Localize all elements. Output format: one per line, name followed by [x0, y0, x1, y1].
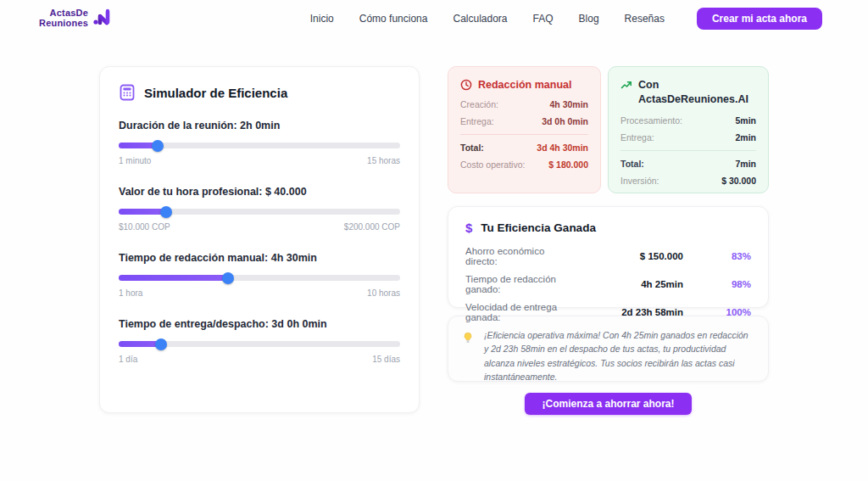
efficiency-simulator-card: Simulador de Eficiencia Duración de la r… [99, 66, 420, 413]
slider-thumb[interactable] [152, 140, 164, 152]
manual-card-title: Redacción manual [478, 78, 571, 91]
row-label: Inversión: [620, 176, 659, 186]
main-content: Simulador de Eficiencia Duración de la r… [99, 66, 769, 415]
clock-icon [460, 79, 472, 91]
slider-group-manual-writing-time: Tiempo de redacción manual: 4h 30min 1 h… [119, 252, 400, 298]
nav-item-faq[interactable]: FAQ [533, 13, 554, 25]
slider-min-label: $10.000 COP [119, 222, 170, 232]
dollar-icon: $ [465, 221, 472, 235]
slider-thumb[interactable] [160, 206, 172, 218]
row-value: 2d 23h 58min [577, 307, 683, 317]
with-ai-card: Con ActasDeReuniones.AI Procesamiento: 5… [608, 66, 769, 193]
divider [460, 134, 588, 135]
row-label: Procesamiento: [620, 115, 682, 126]
slider-group-duration: Duración de la reunión: 2h 0min 1 minuto… [119, 120, 400, 165]
slider-max-label: 15 horas [367, 156, 400, 165]
efficiency-row: Tiempo de redacción ganado: 4h 25min 98% [465, 274, 751, 294]
main-nav: Inicio Cómo funciona Calculadora FAQ Blo… [310, 8, 822, 30]
lightbulb-icon [462, 332, 474, 344]
slider-max-label: $200.000 COP [344, 222, 400, 232]
slider-label: Tiempo de redacción manual: 4h 30min [119, 252, 400, 264]
total-value: 7min [735, 159, 756, 169]
total-label: Total: [620, 159, 644, 169]
slider-max-label: 10 horas [367, 288, 400, 298]
row-value: 4h 25min [577, 279, 683, 289]
nav-item-calculadora[interactable]: Calculadora [453, 13, 507, 25]
duration-slider[interactable] [119, 143, 400, 148]
calculator-icon [119, 84, 136, 101]
slider-group-delivery-time: Tiempo de entrega/despacho: 3d 0h 0min 1… [119, 318, 400, 364]
slider-min-label: 1 día [119, 355, 137, 364]
slider-group-hourly-value: Valor de tu hora profesional: $ 40.000 $… [119, 186, 400, 232]
tip-card: ¡Eficiencia operativa máxima! Con 4h 25m… [448, 316, 769, 382]
row-label: Costo operativo: [460, 159, 525, 170]
slider-thumb[interactable] [155, 338, 167, 350]
row-label: Entrega: [620, 132, 654, 143]
header: ActasDe Reuniones Inicio Cómo funciona C… [0, 0, 868, 37]
slider-label: Valor de tu hora profesional: $ 40.000 [119, 186, 400, 198]
simulator-title: Simulador de Eficiencia [144, 86, 287, 100]
ai-card-title: Con ActasDeReuniones.AI [638, 78, 748, 107]
nav-item-resenas[interactable]: Reseñas [625, 13, 665, 25]
hourly-value-slider[interactable] [119, 209, 400, 215]
brand-logo-icon [92, 8, 113, 29]
tip-text: ¡Eficiencia operativa máxima! Con 4h 25m… [484, 328, 754, 369]
efficiency-gained-card: $ Tu Eficiencia Ganada Ahorro económico … [448, 206, 769, 308]
row-value: 3d 0h 0min [542, 116, 588, 126]
row-percent: 100% [683, 307, 751, 317]
row-label: Entrega: [460, 116, 494, 126]
row-value: $ 150.000 [577, 251, 683, 261]
slider-min-label: 1 hora [119, 288, 142, 298]
slider-max-label: 15 días [372, 355, 400, 364]
slider-thumb[interactable] [222, 272, 234, 284]
efficiency-row: Ahorro económico directo: $ 150.000 83% [465, 246, 751, 266]
brand-name: ActasDe Reuniones [39, 8, 88, 28]
delivery-time-slider[interactable] [119, 341, 400, 347]
row-label: Creación: [460, 99, 498, 109]
row-label: Tiempo de redacción ganado: [465, 274, 577, 294]
row-value: 5min [735, 115, 756, 126]
efficiency-title: Tu Eficiencia Ganada [481, 221, 596, 234]
row-value: 2min [735, 132, 756, 143]
slider-label: Duración de la reunión: 2h 0min [119, 120, 400, 131]
manual-writing-card: Redacción manual Creación: 4h 30min Entr… [448, 66, 601, 193]
row-value: $ 180.000 [548, 159, 588, 170]
start-saving-button[interactable]: ¡Comienza a ahorrar ahora! [525, 393, 691, 415]
nav-item-como-funciona[interactable]: Cómo funciona [359, 13, 428, 25]
slider-min-label: 1 minuto [119, 156, 151, 165]
row-label: Velocidad de entrega ganada: [465, 302, 577, 322]
row-percent: 83% [683, 251, 751, 261]
row-value: 4h 30min [549, 99, 588, 109]
total-value: 3d 4h 30min [537, 143, 588, 153]
create-acta-button[interactable]: Crear mi acta ahora [697, 8, 822, 30]
divider [620, 150, 756, 151]
trending-up-icon [620, 79, 632, 91]
slider-label: Tiempo de entrega/despacho: 3d 0h 0min [119, 318, 400, 330]
row-label: Ahorro económico directo: [465, 246, 577, 266]
row-value: $ 30.000 [721, 176, 756, 186]
total-label: Total: [460, 143, 484, 153]
nav-item-blog[interactable]: Blog [579, 13, 599, 25]
row-percent: 98% [683, 279, 751, 289]
brand-logo[interactable]: ActasDe Reuniones [39, 8, 113, 29]
manual-writing-time-slider[interactable] [119, 275, 400, 281]
nav-item-inicio[interactable]: Inicio [310, 13, 334, 25]
